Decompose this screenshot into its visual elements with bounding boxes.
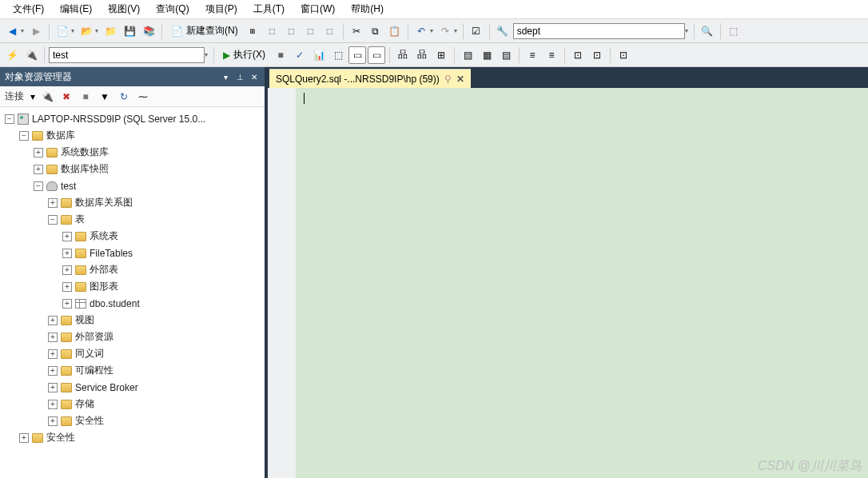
xmla-button[interactable]: ⬚ bbox=[264, 22, 281, 40]
execute-button[interactable]: ▶ 执行(X) bbox=[218, 46, 270, 64]
folder-icon bbox=[61, 416, 72, 426]
tree-sys-databases[interactable]: +系统数据库 bbox=[2, 144, 265, 161]
tree-service-broker[interactable]: +Service Broker bbox=[2, 379, 265, 396]
separator bbox=[454, 47, 455, 63]
activity-button[interactable]: ⬚ bbox=[725, 22, 743, 40]
close-icon[interactable]: ✕ bbox=[456, 74, 464, 85]
tab-sqlquery2[interactable]: SQLQuery2.sql -...NRSSD9IP\hp (59)) ⚲ ✕ bbox=[269, 69, 471, 88]
tree-db-diagrams[interactable]: +数据库关系图 bbox=[2, 194, 265, 211]
menu-query[interactable]: 查询(Q) bbox=[148, 1, 197, 18]
database-selector[interactable] bbox=[49, 47, 205, 63]
tree-label: test bbox=[61, 181, 76, 192]
chevron-down-icon[interactable]: ▾ bbox=[71, 27, 74, 34]
estimated-plan-button[interactable]: 📊 bbox=[310, 46, 328, 64]
save-button[interactable]: 💾 bbox=[121, 22, 138, 40]
new-query-button[interactable]: 📄 新建查询(N) bbox=[166, 22, 243, 40]
tree-security-server[interactable]: +安全性 bbox=[2, 429, 265, 446]
tree-graph-tables[interactable]: +图形表 bbox=[2, 278, 265, 295]
template-button[interactable]: ⊡ bbox=[615, 46, 632, 64]
client-stats-button[interactable]: 品 bbox=[413, 46, 431, 64]
connect-label[interactable]: 连接 bbox=[5, 90, 24, 103]
tree-storage[interactable]: +存储 bbox=[2, 396, 265, 412]
tree-external-resources[interactable]: +外部资源 bbox=[2, 329, 265, 345]
de-query-button[interactable]: 🗎 bbox=[245, 22, 262, 40]
sql-editor[interactable] bbox=[296, 88, 868, 478]
menu-view[interactable]: 视图(V) bbox=[100, 1, 148, 18]
pin-icon[interactable]: ⚲ bbox=[444, 74, 452, 85]
tree-databases[interactable]: −数据库 bbox=[2, 127, 265, 144]
separator bbox=[213, 47, 214, 63]
indent-button[interactable]: ≡ bbox=[524, 46, 541, 64]
close-icon[interactable]: ✕ bbox=[249, 71, 260, 82]
results-grid-button[interactable]: ⊞ bbox=[432, 46, 450, 64]
results-file-button[interactable]: ▦ bbox=[478, 46, 496, 64]
chevron-down-icon[interactable]: ▾ bbox=[430, 27, 433, 34]
search-input[interactable] bbox=[513, 23, 685, 39]
menu-help[interactable]: 帮助(H) bbox=[343, 1, 392, 18]
tree-db-snapshots[interactable]: +数据库快照 bbox=[2, 161, 265, 177]
disconnect-icon[interactable]: ✖ bbox=[59, 90, 74, 104]
dropdown-icon[interactable]: ▾ bbox=[220, 71, 231, 82]
change-connection-button[interactable]: 🔌 bbox=[22, 46, 40, 64]
redo-button[interactable]: ↷ bbox=[436, 22, 454, 40]
filter-icon[interactable]: ▼ bbox=[98, 90, 112, 104]
query-options-button[interactable]: ⬚ bbox=[329, 46, 347, 64]
menu-file[interactable]: 文件(F) bbox=[5, 1, 52, 18]
properties-button[interactable]: ☑ bbox=[468, 22, 485, 40]
tree-synonyms[interactable]: +同义词 bbox=[2, 345, 265, 362]
actual-plan-button[interactable]: 品 bbox=[394, 46, 412, 64]
registered-servers-button[interactable]: 🔧 bbox=[494, 22, 512, 40]
outdent-button[interactable]: ≡ bbox=[543, 46, 560, 64]
pulse-icon[interactable]: ⁓ bbox=[136, 90, 150, 104]
nav-forward-button[interactable]: ▶ bbox=[27, 22, 45, 40]
open-solution-button[interactable]: 📂 bbox=[78, 22, 95, 40]
tree-server[interactable]: −LAPTOP-NRSSD9IP (SQL Server 15.0... bbox=[2, 110, 265, 127]
comment-button[interactable]: ▤ bbox=[497, 46, 515, 64]
dmx-button[interactable]: ⬚ bbox=[321, 22, 339, 40]
refresh-icon[interactable]: ↻ bbox=[117, 90, 131, 104]
mdx-button[interactable]: ⬚ bbox=[283, 22, 301, 40]
nav-back-button[interactable]: ◀ bbox=[3, 22, 21, 40]
parse-button[interactable]: ✓ bbox=[291, 46, 309, 64]
menu-edit[interactable]: 编辑(E) bbox=[52, 1, 100, 18]
menu-window[interactable]: 窗口(W) bbox=[293, 1, 343, 18]
intellisense-button[interactable]: ▭ bbox=[348, 46, 366, 64]
execute-label: 执行(X) bbox=[233, 48, 265, 62]
tree-sys-tables[interactable]: +系统表 bbox=[2, 228, 265, 245]
dax-button[interactable]: ⬚ bbox=[302, 22, 320, 40]
results-text-button[interactable]: ▤ bbox=[459, 46, 476, 64]
new-item-button[interactable]: 📄 bbox=[54, 22, 71, 40]
editor-gutter bbox=[268, 88, 296, 478]
tree-tables[interactable]: −表 bbox=[2, 211, 265, 228]
connect-button[interactable]: ⚡ bbox=[3, 46, 21, 64]
menu-tools[interactable]: 工具(T) bbox=[245, 1, 293, 18]
tree-security-db[interactable]: +安全性 bbox=[2, 412, 265, 429]
debug-button[interactable]: ■ bbox=[272, 46, 289, 64]
pin-icon[interactable]: ⊥ bbox=[234, 71, 245, 82]
copy-button[interactable]: ⧉ bbox=[367, 22, 384, 40]
tree-programmability[interactable]: +可编程性 bbox=[2, 362, 265, 379]
editor-body bbox=[268, 88, 868, 478]
menu-project[interactable]: 项目(P) bbox=[197, 1, 245, 18]
open-file-button[interactable]: 📁 bbox=[102, 22, 119, 40]
save-all-button[interactable]: 📚 bbox=[140, 22, 157, 40]
tree-dbo-student[interactable]: +dbo.student bbox=[2, 295, 265, 312]
tree-filetables[interactable]: +FileTables bbox=[2, 245, 265, 261]
specify-values-button[interactable]: ⊡ bbox=[569, 46, 587, 64]
live-stats-button[interactable]: ▭ bbox=[368, 46, 385, 64]
chevron-down-icon[interactable]: ▾ bbox=[21, 27, 24, 34]
tree-views[interactable]: +视图 bbox=[2, 312, 265, 329]
find-button[interactable]: 🔍 bbox=[699, 22, 716, 40]
sqlcmd-button[interactable]: ⊡ bbox=[588, 46, 606, 64]
undo-button[interactable]: ↶ bbox=[412, 22, 430, 40]
tree-external-tables[interactable]: +外部表 bbox=[2, 261, 265, 278]
chevron-down-icon[interactable]: ▾ bbox=[205, 51, 208, 58]
chevron-down-icon[interactable]: ▾ bbox=[95, 27, 98, 34]
chevron-down-icon[interactable]: ▾ bbox=[685, 27, 688, 34]
cut-button[interactable]: ✂ bbox=[348, 22, 365, 40]
paste-button[interactable]: 📋 bbox=[386, 22, 404, 40]
tree-db-test[interactable]: −test bbox=[2, 177, 265, 194]
connect-icon[interactable]: 🔌 bbox=[40, 90, 54, 104]
stop-icon[interactable]: ■ bbox=[78, 90, 93, 104]
chevron-down-icon[interactable]: ▾ bbox=[454, 27, 457, 34]
